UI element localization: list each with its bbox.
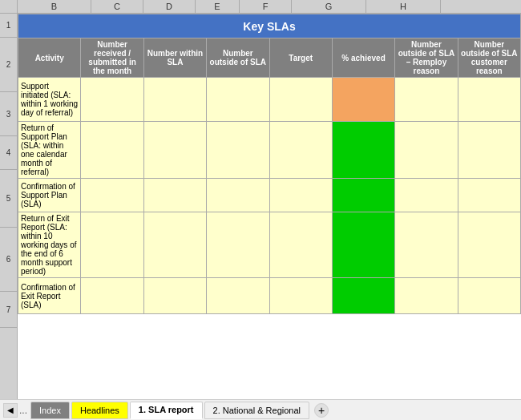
number-received-4[interactable]	[81, 212, 143, 278]
number-within-2[interactable]	[143, 122, 206, 179]
tab-add-button[interactable]: +	[314, 403, 329, 418]
target-4[interactable]	[269, 212, 332, 278]
tab-nav-left[interactable]: ◀	[3, 403, 18, 418]
col-header-b[interactable]: B	[18, 0, 91, 13]
row-num-3[interactable]: 3	[0, 92, 17, 136]
row-num-5[interactable]: 5	[0, 170, 17, 228]
tab-dots[interactable]: ...	[19, 405, 27, 416]
number-outside-5[interactable]	[207, 278, 269, 314]
header-target: Target	[269, 38, 332, 78]
activity-cell-1[interactable]: Support initiated (SLA: within 1 working…	[18, 78, 81, 122]
header-outside-customer: Number outside of SLA customer reason	[458, 38, 520, 78]
activity-cell-4[interactable]: Return of Exit Report (SLA: within 10 wo…	[18, 212, 81, 278]
number-received-1[interactable]	[81, 78, 143, 122]
header-number-received: Number received / submitted in the month	[81, 38, 143, 78]
target-3[interactable]	[269, 179, 332, 212]
number-outside-4[interactable]	[207, 212, 269, 278]
col-header-f[interactable]: F	[240, 0, 292, 13]
spreadsheet: B C D E F G H 1 2 3 4 5 6 7 Key SLAs	[0, 0, 521, 399]
target-5[interactable]	[269, 278, 332, 314]
table-row: Confirmation of Support Plan (SLA)	[18, 179, 521, 212]
header-row: Activity Number received / submitted in …	[18, 38, 521, 78]
number-within-4[interactable]	[143, 212, 206, 278]
activity-cell-3[interactable]: Confirmation of Support Plan (SLA)	[18, 179, 81, 212]
outside-customer-1[interactable]	[458, 78, 520, 122]
outside-customer-4[interactable]	[458, 212, 520, 278]
pct-achieved-4[interactable]	[332, 212, 394, 278]
col-header-e[interactable]: E	[196, 0, 240, 13]
title-row: Key SLAs	[18, 14, 521, 38]
activity-cell-2[interactable]: Return of Support Plan (SLA: within one …	[18, 122, 81, 179]
table-title: Key SLAs	[18, 14, 521, 38]
row-num-4[interactable]: 4	[0, 136, 17, 170]
pct-achieved-1[interactable]	[332, 78, 394, 122]
number-within-5[interactable]	[143, 278, 206, 314]
tab-sla-report[interactable]: 1. SLA report	[130, 402, 203, 419]
target-2[interactable]	[269, 122, 332, 179]
sla-table: Key SLAs Activity Number received / subm…	[18, 14, 521, 314]
header-outside-remploy: Number outside of SLA – Remploy reason	[395, 38, 458, 78]
col-header-g[interactable]: G	[292, 0, 366, 13]
row-num-7[interactable]: 7	[0, 292, 17, 328]
number-received-5[interactable]	[81, 278, 143, 314]
outside-customer-2[interactable]	[458, 122, 520, 179]
number-within-1[interactable]	[143, 78, 206, 122]
header-activity: Activity	[18, 38, 81, 78]
row-numbers: 1 2 3 4 5 6 7	[0, 14, 18, 399]
table-area: Key SLAs Activity Number received / subm…	[18, 14, 521, 399]
number-within-3[interactable]	[143, 179, 206, 212]
outside-remploy-2[interactable]	[395, 122, 458, 179]
row-num-1[interactable]: 1	[0, 14, 17, 38]
header-number-outside: Number outside of SLA	[207, 38, 269, 78]
header-number-within: Number within SLA	[143, 38, 206, 78]
outside-customer-3[interactable]	[458, 179, 520, 212]
row-num-2[interactable]: 2	[0, 38, 17, 92]
number-outside-1[interactable]	[207, 78, 269, 122]
tab-index-label: Index	[39, 406, 61, 415]
pct-achieved-3[interactable]	[332, 179, 394, 212]
tab-national-label: 2. National & Regional	[213, 406, 301, 415]
number-received-2[interactable]	[81, 122, 143, 179]
col-header-c[interactable]: C	[91, 0, 143, 13]
col-header-d[interactable]: D	[143, 0, 196, 13]
row-num-6[interactable]: 6	[0, 228, 17, 292]
column-headers: B C D E F G H	[0, 0, 521, 14]
corner-cell	[0, 0, 18, 13]
outside-customer-5[interactable]	[458, 278, 520, 314]
header-pct-achieved: % achieved	[332, 38, 394, 78]
table-row: Return of Exit Report (SLA: within 10 wo…	[18, 212, 521, 278]
number-received-3[interactable]	[81, 179, 143, 212]
number-outside-3[interactable]	[207, 179, 269, 212]
tab-headlines[interactable]: Headlines	[71, 402, 128, 419]
target-1[interactable]	[269, 78, 332, 122]
tab-index[interactable]: Index	[30, 402, 70, 419]
outside-remploy-5[interactable]	[395, 278, 458, 314]
outside-remploy-1[interactable]	[395, 78, 458, 122]
number-outside-2[interactable]	[207, 122, 269, 179]
outside-remploy-3[interactable]	[395, 179, 458, 212]
tab-bar: ◀ ... Index Headlines 1. SLA report 2. N…	[0, 399, 521, 420]
table-row: Confirmation of Exit Report (SLA)	[18, 278, 521, 314]
activity-cell-5[interactable]: Confirmation of Exit Report (SLA)	[18, 278, 81, 314]
pct-achieved-2[interactable]	[332, 122, 394, 179]
grid: 1 2 3 4 5 6 7 Key SLAs Activity Number r…	[0, 14, 521, 399]
table-row: Return of Support Plan (SLA: within one …	[18, 122, 521, 179]
outside-remploy-4[interactable]	[395, 212, 458, 278]
tab-national[interactable]: 2. National & Regional	[204, 402, 309, 419]
tab-sla-report-label: 1. SLA report	[139, 405, 194, 414]
col-header-h[interactable]: H	[366, 0, 441, 13]
pct-achieved-5[interactable]	[332, 278, 394, 314]
tab-headlines-label: Headlines	[80, 406, 119, 415]
table-row: Support initiated (SLA: within 1 working…	[18, 78, 521, 122]
